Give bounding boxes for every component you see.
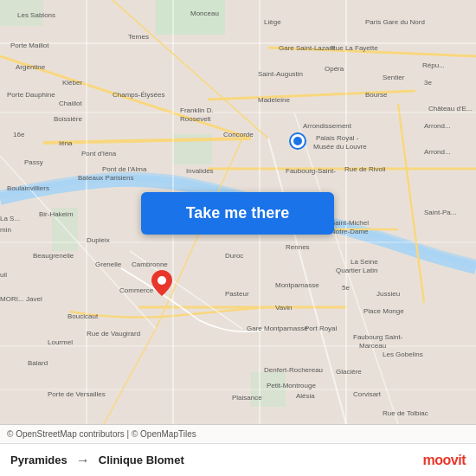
moovit-logo: moovit bbox=[423, 453, 466, 468]
svg-text:min: min bbox=[0, 226, 11, 234]
svg-text:Bir-Hakeim: Bir-Hakeim bbox=[39, 210, 74, 218]
svg-text:Liège: Liège bbox=[264, 18, 281, 26]
svg-text:Champs-Élysées: Champs-Élysées bbox=[113, 91, 164, 99]
svg-text:Chaillot: Chaillot bbox=[59, 100, 82, 107]
svg-text:Saint-Augustin: Saint-Augustin bbox=[258, 70, 303, 78]
svg-text:5e: 5e bbox=[342, 284, 350, 292]
svg-text:Ternes: Ternes bbox=[128, 33, 149, 41]
svg-text:Répu...: Répu... bbox=[422, 61, 445, 69]
svg-text:Port Royal: Port Royal bbox=[305, 325, 338, 332]
svg-text:Boissière: Boissière bbox=[54, 115, 82, 123]
svg-text:La S...: La S... bbox=[0, 215, 20, 222]
svg-text:Roosevelt: Roosevelt bbox=[180, 115, 211, 123]
moovit-text: moovit bbox=[423, 453, 466, 467]
svg-rect-1 bbox=[156, 0, 225, 35]
route-arrow: → bbox=[76, 453, 90, 468]
svg-text:Château d'E...: Château d'E... bbox=[428, 105, 472, 113]
svg-text:Rue de Vaugirard: Rue de Vaugirard bbox=[87, 330, 140, 338]
svg-text:Saint-Pa...: Saint-Pa... bbox=[424, 209, 456, 216]
svg-text:Les Gobelins: Les Gobelins bbox=[383, 351, 423, 358]
origin-dot bbox=[291, 134, 305, 148]
svg-text:Sentier: Sentier bbox=[383, 74, 405, 81]
svg-text:16e: 16e bbox=[13, 131, 25, 138]
svg-text:Pont de l'Alma: Pont de l'Alma bbox=[102, 165, 147, 173]
svg-text:Paris Gare du Nord: Paris Gare du Nord bbox=[365, 18, 425, 26]
svg-text:Kléber: Kléber bbox=[62, 79, 82, 87]
svg-text:Notre-Dame: Notre-Dame bbox=[331, 228, 369, 235]
svg-text:Rennes: Rennes bbox=[286, 243, 310, 251]
svg-text:Iéna: Iéna bbox=[59, 139, 73, 147]
svg-text:Quartier Latin: Quartier Latin bbox=[336, 267, 377, 274]
svg-text:Alésia: Alésia bbox=[296, 392, 315, 400]
svg-text:Musée du Louvre: Musée du Louvre bbox=[313, 143, 367, 151]
svg-text:Gare Saint-Lazare: Gare Saint-Lazare bbox=[279, 44, 336, 52]
destination-label: Clinique Blomet bbox=[99, 453, 184, 466]
svg-text:Pasteur: Pasteur bbox=[225, 290, 249, 298]
svg-text:Duroc: Duroc bbox=[225, 252, 243, 260]
svg-text:Porte Maillot: Porte Maillot bbox=[10, 42, 49, 49]
svg-text:Balard: Balard bbox=[28, 359, 48, 367]
svg-text:Rue La Fayette: Rue La Fayette bbox=[331, 44, 378, 52]
svg-text:Beaugrenelle: Beaugrenelle bbox=[33, 252, 74, 260]
svg-text:Faubourg-Saint-: Faubourg-Saint- bbox=[286, 167, 336, 175]
svg-text:Corvisart: Corvisart bbox=[353, 390, 382, 398]
svg-text:Commerce: Commerce bbox=[119, 286, 154, 294]
svg-text:Petit-Montrouge: Petit-Montrouge bbox=[267, 382, 316, 389]
svg-text:3e: 3e bbox=[424, 79, 432, 87]
svg-text:Jussieu: Jussieu bbox=[376, 290, 400, 298]
svg-point-90 bbox=[158, 276, 166, 285]
svg-text:Place Monge: Place Monge bbox=[363, 307, 404, 315]
svg-text:Saint-Michel: Saint-Michel bbox=[331, 219, 369, 227]
take-me-there-button[interactable]: Take me there bbox=[141, 192, 334, 235]
svg-text:uil: uil bbox=[0, 271, 7, 279]
svg-text:Grenelle: Grenelle bbox=[95, 261, 122, 268]
svg-text:Gare Montparnasse: Gare Montparnasse bbox=[247, 325, 308, 332]
svg-text:Glacière: Glacière bbox=[336, 368, 362, 376]
svg-text:Rue de Tolbiac: Rue de Tolbiac bbox=[383, 409, 428, 417]
svg-text:Boucicaut: Boucicaut bbox=[68, 312, 99, 320]
map-container: Les Sablons Porte Maillot Argentine Port… bbox=[0, 0, 476, 424]
footer-bar: Pyramides → Clinique Blomet moovit bbox=[0, 443, 476, 476]
svg-text:Argentine: Argentine bbox=[16, 63, 46, 71]
svg-text:Marceau: Marceau bbox=[359, 342, 386, 350]
svg-text:Arrond...: Arrond... bbox=[424, 122, 451, 130]
svg-text:Arrondissement: Arrondissement bbox=[303, 122, 352, 130]
svg-text:Porte de Versailles: Porte de Versailles bbox=[48, 390, 106, 398]
svg-text:La Seine: La Seine bbox=[351, 258, 378, 266]
svg-text:Porte Dauphine: Porte Dauphine bbox=[7, 91, 55, 99]
svg-text:Cambronne: Cambronne bbox=[132, 261, 168, 268]
svg-text:Bourse: Bourse bbox=[365, 91, 388, 99]
svg-text:Plaisance: Plaisance bbox=[232, 394, 262, 402]
svg-text:Javel: Javel bbox=[26, 295, 42, 303]
svg-text:Pont d'Iéna: Pont d'Iéna bbox=[81, 150, 117, 158]
svg-text:Concorde: Concorde bbox=[223, 131, 254, 138]
svg-text:Passy: Passy bbox=[24, 158, 43, 166]
svg-text:Boulainvilliers: Boulainvilliers bbox=[7, 184, 49, 192]
svg-text:Lourmel: Lourmel bbox=[48, 338, 73, 346]
svg-text:Palais Royal -: Palais Royal - bbox=[316, 134, 359, 142]
svg-text:Monceau: Monceau bbox=[190, 10, 219, 17]
svg-text:Arrond...: Arrond... bbox=[424, 148, 451, 156]
svg-text:Montparnasse: Montparnasse bbox=[275, 281, 319, 289]
svg-text:Rue de Rivoli: Rue de Rivoli bbox=[344, 165, 386, 173]
svg-text:Opéra: Opéra bbox=[325, 65, 344, 73]
attribution-bar: © OpenStreetMap contributors | © OpenMap… bbox=[0, 424, 476, 443]
svg-text:MORI...: MORI... bbox=[0, 295, 24, 303]
svg-text:Denfert-Rochereau: Denfert-Rochereau bbox=[264, 366, 323, 374]
svg-text:Bateaux Parisiens: Bateaux Parisiens bbox=[78, 174, 133, 182]
svg-text:Faubourg Saint-: Faubourg Saint- bbox=[353, 333, 403, 341]
svg-text:Invalides: Invalides bbox=[186, 167, 214, 175]
svg-text:Madeleine: Madeleine bbox=[258, 96, 290, 104]
attribution-text: © OpenStreetMap contributors | © OpenMap… bbox=[7, 429, 196, 439]
svg-text:Dupleix: Dupleix bbox=[87, 236, 110, 244]
destination-pin bbox=[151, 270, 172, 296]
origin-label: Pyramides bbox=[10, 453, 68, 466]
svg-text:Vavin: Vavin bbox=[275, 304, 292, 312]
svg-text:Franklin D.: Franklin D. bbox=[180, 106, 214, 114]
svg-text:Les Sablons: Les Sablons bbox=[17, 11, 55, 19]
